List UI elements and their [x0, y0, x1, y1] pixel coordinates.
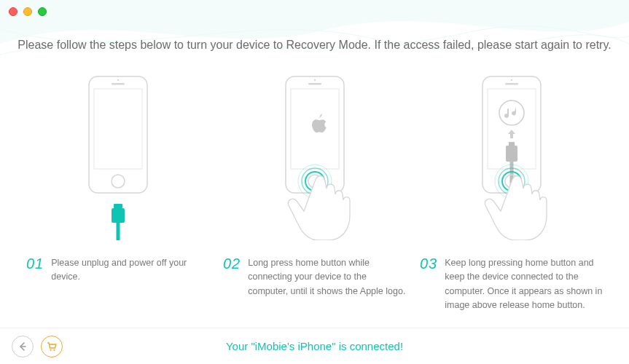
step-description: Please unplug and power off your device. [51, 256, 209, 285]
step-description: Long press home button while connecting … [248, 256, 406, 298]
svg-rect-7 [116, 223, 120, 240]
svg-point-31 [50, 349, 51, 350]
connection-status: Your "iMobie's iPhone" is connected! [226, 340, 403, 352]
step-number: 02 [223, 256, 241, 298]
svg-point-32 [53, 349, 55, 350]
instruction-text: Please follow the steps below to turn yo… [0, 39, 629, 52]
shopping-cart-icon [46, 341, 58, 352]
svg-rect-6 [112, 208, 125, 223]
step-2: 02 Long press home button while connecti… [219, 69, 410, 313]
footer-bar: Your "iMobie's iPhone" is connected! [0, 328, 629, 364]
step-3-illustration [415, 69, 607, 240]
svg-point-2 [117, 79, 118, 81]
step-1: 01 Please unplug and power off your devi… [22, 69, 214, 313]
step-1-illustration [22, 69, 214, 240]
step-number: 01 [26, 256, 44, 285]
svg-rect-25 [506, 146, 517, 162]
svg-rect-3 [112, 83, 125, 85]
svg-point-10 [313, 79, 315, 81]
minimize-button[interactable] [23, 7, 32, 16]
step-3: 03 Keep long pressing home button and ke… [415, 69, 607, 313]
step-number: 03 [420, 256, 437, 313]
svg-rect-11 [308, 83, 321, 85]
back-button[interactable] [12, 336, 34, 357]
cable-icon [112, 204, 125, 240]
step-description: Keep long pressing home button and keep … [445, 256, 603, 313]
svg-rect-1 [94, 89, 142, 169]
svg-point-21 [510, 79, 512, 81]
zoom-button[interactable] [38, 7, 47, 16]
step-2-illustration [219, 69, 410, 240]
arrow-left-icon [17, 341, 28, 352]
svg-rect-24 [509, 142, 515, 146]
cart-button[interactable] [41, 336, 63, 357]
close-button[interactable] [9, 7, 17, 16]
steps-container: 01 Please unplug and power off your devi… [22, 69, 607, 313]
window-controls [9, 7, 47, 16]
background-waves [0, 0, 629, 66]
svg-rect-5 [114, 204, 122, 208]
svg-rect-22 [505, 83, 518, 85]
